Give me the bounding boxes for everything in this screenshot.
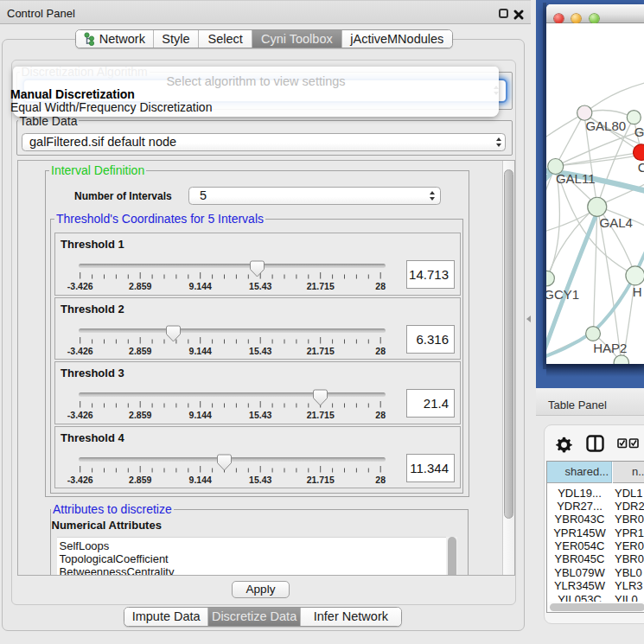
svg-text:GAL1: GAL1 [634, 124, 644, 139]
svg-text:GAL4: GAL4 [599, 215, 632, 230]
svg-text:HAP2: HAP2 [593, 341, 627, 355]
svg-text:GCY1: GCY1 [546, 287, 579, 302]
svg-text:GAL80: GAL80 [585, 118, 626, 133]
svg-text:CY: CY [637, 160, 644, 175]
svg-text:H: H [632, 284, 641, 299]
svg-text:GAL11: GAL11 [555, 171, 595, 186]
